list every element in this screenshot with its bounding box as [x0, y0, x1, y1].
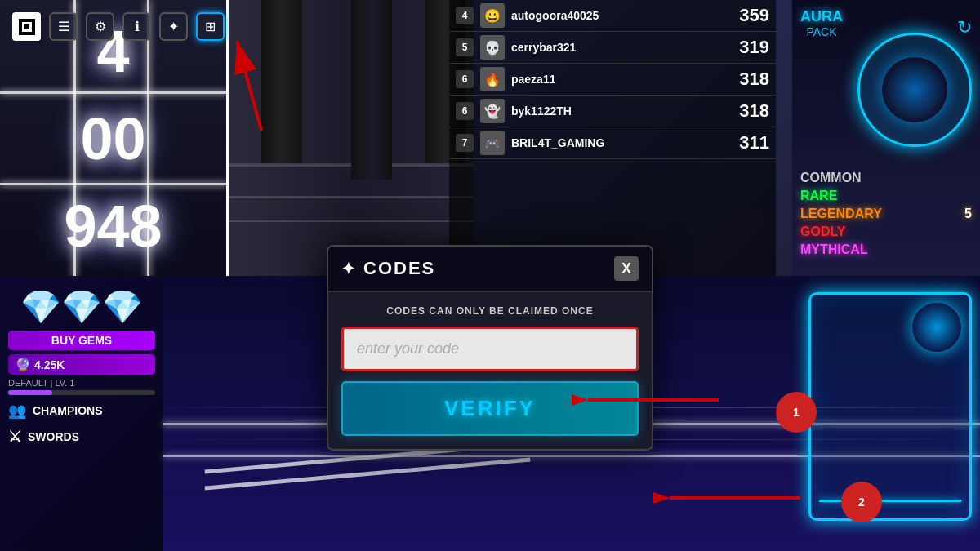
rarity-list: COMMON RARE LEGENDARY 5 GODLY MYTHICAL — [800, 169, 972, 259]
leaderboard-row: 5 💀 cerrybar321 319 — [449, 32, 776, 64]
rank-badge: 6 — [456, 102, 474, 120]
red-circle-2: 2 — [841, 482, 882, 522]
toolbar: ☰ ⚙ ℹ ✦ ⊞ — [49, 12, 225, 41]
player-score: 318 — [739, 100, 769, 122]
refresh-icon[interactable]: ↻ — [957, 17, 972, 38]
player-score: 318 — [739, 69, 769, 90]
rarity-godly: GODLY — [800, 223, 972, 241]
rarity-rare: RARE — [800, 187, 972, 205]
roblox-logo[interactable] — [12, 12, 41, 41]
code-input-wrapper — [341, 327, 639, 371]
level-info: DEFAULT | LV. 1 — [8, 378, 155, 388]
modal-header: ✦ CODES X — [328, 247, 652, 292]
swords-label: SWORDS — [28, 430, 79, 443]
rarity-mythical: MYTHICAL — [800, 241, 972, 259]
currency-bar: 🔮 4.25K — [8, 354, 155, 375]
currency-amount: 4.25K — [34, 358, 65, 371]
big-numbers-panel: 4 00 948 — [0, 0, 229, 276]
top-half-background: 4 00 948 4 😀 autogoora40025 359 5 💀 cerr… — [0, 0, 980, 276]
red-circle-1: 1 — [776, 392, 817, 433]
aura-pack-panel: AURA PACK ↻ COMMON RARE LEGENDARY 5 GODL… — [792, 0, 980, 276]
pillar — [261, 0, 302, 163]
svg-rect-2 — [24, 24, 29, 29]
pillar — [351, 0, 392, 180]
sidebar-item-champions[interactable]: 👥 CHAMPIONS — [8, 398, 155, 424]
aura-circle-visual — [858, 33, 972, 147]
swords-icon: ⚔ — [8, 428, 21, 446]
toolbar-settings-icon[interactable]: ⚙ — [86, 12, 114, 41]
champions-icon: 👥 — [8, 402, 26, 420]
floor-stripe — [229, 220, 474, 222]
aura-subtitle: PACK — [800, 25, 843, 38]
modal-body: CODES CAN ONLY BE CLAIMED ONCE VERIFY — [328, 292, 652, 449]
currency-icon: 🔮 — [15, 357, 31, 372]
circle-label-2: 2 — [858, 495, 865, 509]
leaderboard-row: 7 🎮 BRIL4T_GAMING 311 — [449, 127, 776, 159]
buy-gems-button[interactable]: BUY GEMS — [8, 331, 155, 350]
rank-badge: 7 — [456, 134, 474, 152]
left-sidebar: 💎💎💎 BUY GEMS 🔮 4.25K DEFAULT | LV. 1 👥 C… — [0, 276, 163, 551]
level-bar-background — [8, 390, 155, 395]
pillar-area — [229, 0, 474, 276]
gem-icon: 💎💎💎 — [8, 288, 155, 327]
neon-glow — [912, 303, 961, 352]
player-score: 319 — [739, 37, 769, 58]
player-name: autogoora40025 — [511, 9, 733, 22]
champions-label: CHAMPIONS — [33, 404, 103, 417]
legendary-count: 5 — [964, 207, 972, 221]
leaderboard-section: 4 😀 autogoora40025 359 5 💀 cerrybar321 3… — [449, 0, 776, 276]
rank-badge: 5 — [456, 38, 474, 56]
player-name: BRIL4T_GAMING — [511, 136, 733, 149]
rarity-legendary: LEGENDARY 5 — [800, 205, 972, 223]
toolbar-sparkle-icon[interactable]: ✦ — [159, 12, 188, 41]
leaderboard-row: 6 👻 byk1122TH 318 — [449, 96, 776, 127]
circle-label-1: 1 — [793, 406, 800, 419]
codes-modal: ✦ CODES X CODES CAN ONLY BE CLAIMED ONCE… — [327, 245, 653, 451]
road-stripe — [205, 458, 531, 491]
player-avatar: 😀 — [480, 3, 505, 28]
player-score: 359 — [739, 5, 769, 26]
floor-stripe — [229, 196, 474, 198]
codes-notice: CODES CAN ONLY BE CLAIMED ONCE — [341, 305, 639, 317]
rank-badge: 6 — [456, 70, 474, 88]
codes-modal-overlay: ✦ CODES X CODES CAN ONLY BE CLAIMED ONCE… — [327, 245, 653, 451]
player-avatar: 💀 — [480, 35, 505, 60]
leaderboard-row: 6 🔥 paeza11 318 — [449, 64, 776, 96]
player-avatar: 🔥 — [480, 67, 505, 91]
sparkle-icon: ✦ — [341, 259, 357, 278]
player-name: paeza11 — [511, 73, 733, 86]
big-num-2: 00 — [80, 109, 145, 168]
toolbar-codes-icon[interactable]: ⊞ — [196, 12, 225, 41]
leaderboard-row: 4 😀 autogoora40025 359 — [449, 0, 776, 32]
player-name: cerrybar321 — [511, 41, 733, 54]
aura-title: AURA — [800, 8, 843, 25]
verify-button[interactable]: VERIFY — [341, 381, 639, 436]
toolbar-info-icon[interactable]: ℹ — [122, 12, 151, 41]
rarity-common: COMMON — [800, 169, 972, 187]
code-input[interactable] — [344, 329, 636, 369]
modal-title-text: CODES — [363, 258, 435, 279]
player-avatar: 👻 — [480, 99, 505, 123]
rank-badge: 4 — [456, 7, 474, 24]
player-avatar: 🎮 — [480, 131, 505, 155]
big-num-3: 948 — [64, 197, 162, 256]
toolbar-menu-icon[interactable]: ☰ — [49, 12, 78, 41]
modal-title: ✦ CODES — [341, 258, 435, 279]
player-score: 311 — [739, 132, 769, 153]
level-bar-fill — [8, 390, 52, 395]
sidebar-item-swords[interactable]: ⚔ SWORDS — [8, 424, 155, 450]
player-name: byk1122TH — [511, 104, 733, 118]
modal-close-button[interactable]: X — [614, 256, 639, 281]
